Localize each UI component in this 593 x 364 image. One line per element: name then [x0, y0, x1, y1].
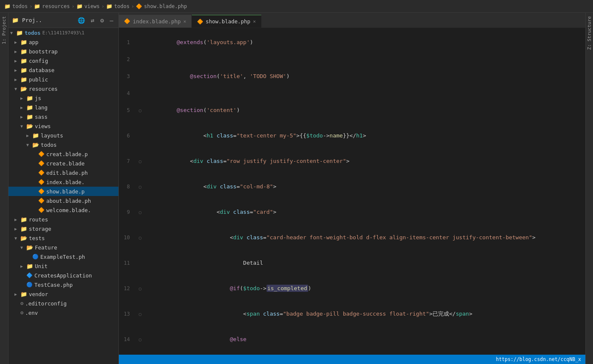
editorconfig-icon: ⚙	[20, 300, 23, 306]
breadcrumb-todos[interactable]: todos	[12, 3, 28, 9]
breadcrumb-folder-icon2: 📁	[34, 3, 40, 9]
index-tab-icon: 🔶	[124, 18, 130, 24]
breadcrumb-todos2[interactable]: todos	[114, 3, 129, 9]
welcome-file-icon: 🔶	[38, 207, 45, 213]
panel-header: 📁 Proj.. 🌐 ⇄ ⚙ —	[8, 13, 118, 28]
tests-folder-icon: 📂	[20, 235, 27, 241]
sass-folder-icon: 📁	[26, 114, 33, 120]
tree-feature[interactable]: ▼ 📂 Feature	[8, 243, 118, 252]
tree-storage[interactable]: ▶ 📁 storage	[8, 224, 118, 233]
lang-folder-icon: 📁	[26, 104, 33, 111]
code-line-3: 3 @section('title', 'TODO SHOW')	[119, 64, 585, 89]
minimize-icon[interactable]: —	[108, 16, 115, 25]
tree-config[interactable]: ▶ 📁 config	[8, 56, 118, 65]
app-label: app	[29, 39, 39, 45]
tree-editorconfig[interactable]: ⚙ .editorconfig	[8, 299, 118, 308]
tree-bootstrap[interactable]: ▶ 📁 bootstrap	[8, 47, 118, 56]
index-tab-close[interactable]: ✕	[183, 19, 186, 24]
env-icon: ⚙	[20, 310, 23, 316]
breadcrumb-views[interactable]: views	[84, 3, 100, 9]
code-line-10: 10 ○ <div class="card-header font-weight…	[119, 225, 585, 250]
show-tab-label: show.blade.php	[206, 18, 250, 25]
tree-show-blade[interactable]: 🔶 show.blade.p	[8, 187, 118, 196]
bootstrap-label: bootstrap	[29, 48, 58, 55]
routes-label: routes	[29, 216, 48, 223]
show-tab-icon: 🔶	[197, 19, 203, 25]
index-tab-label: index.blade.php	[133, 18, 181, 25]
bootstrap-folder-icon: 📁	[20, 48, 27, 55]
vendor-folder-icon: 📁	[20, 291, 27, 297]
code-line-12: 12 ○ @if($todo->is_completed)	[119, 276, 585, 301]
tree-js[interactable]: ▶ 📁 js	[8, 93, 118, 103]
tree-edit-blade[interactable]: 🔶 edit.blade.ph	[8, 168, 118, 177]
public-label: public	[29, 76, 48, 83]
tab-show-blade[interactable]: 🔶 show.blade.php ✕	[192, 15, 261, 28]
tree-sass[interactable]: ▶ 📁 sass	[8, 112, 118, 121]
tree-index-blade[interactable]: 🔶 index.blade.	[8, 177, 118, 187]
feature-label: Feature	[35, 244, 57, 251]
breadcrumb-folder-icon: 📁	[4, 3, 11, 9]
code-line-6: 6 <h1 class="text-center my-5">{{$todo->…	[119, 123, 585, 148]
tree-env[interactable]: ⚙ .env	[8, 308, 118, 317]
code-line-2: 2	[119, 55, 585, 64]
tree-layouts[interactable]: ▶ 📁 layouts	[8, 131, 118, 140]
todos-folder-icon: 📁	[16, 30, 23, 36]
tree-vendor[interactable]: ▶ 📁 vendor	[8, 289, 118, 299]
panel-title: Proj..	[22, 17, 42, 23]
routes-folder-icon: 📁	[20, 216, 27, 223]
settings-icon[interactable]: ⚙	[98, 16, 105, 25]
code-line-14: 14 ○ @else	[119, 327, 585, 352]
tree-example-test[interactable]: 🔵 ExampleTest.ph	[8, 252, 118, 261]
config-folder-icon: 📁	[20, 58, 27, 64]
tree-create-blade[interactable]: 🔶 create.blade	[8, 159, 118, 168]
unit-folder-icon: 📁	[26, 263, 33, 269]
breadcrumb-file[interactable]: show.blade.php	[144, 3, 187, 9]
views-folder-icon: 📂	[26, 123, 33, 129]
env-label: .env	[25, 310, 38, 316]
tree-lang[interactable]: ▶ 📁 lang	[8, 103, 118, 112]
z-structure-label[interactable]: Z: Structure	[587, 13, 592, 53]
tree-routes[interactable]: ▶ 📁 routes	[8, 215, 118, 224]
creat-file-icon: 🔶	[38, 151, 45, 157]
testcase-label: TestCase.php	[34, 282, 73, 288]
resources-folder-icon: 📂	[20, 86, 27, 92]
tree-todos-views[interactable]: ▼ 📂 todos	[8, 140, 118, 149]
tab-index-blade[interactable]: 🔶 index.blade.php ✕	[119, 15, 192, 28]
tree-testcase[interactable]: 🔵 TestCase.php	[8, 280, 118, 289]
code-line-13: 13 ○ <span class="badge badge-pill badge…	[119, 301, 585, 327]
tree-resources[interactable]: ▼ 📂 resources	[8, 84, 118, 93]
globe-icon[interactable]: 🌐	[76, 16, 87, 25]
show-tab-close[interactable]: ✕	[253, 19, 256, 24]
storage-label: storage	[29, 226, 51, 232]
status-url: https://blog.csdn.net/ccqNB_x	[496, 356, 581, 362]
tree-creates-app[interactable]: 🔷 CreatesApplication	[8, 271, 118, 280]
tree-unit[interactable]: ▶ 📁 Unit	[8, 261, 118, 271]
tree-tests[interactable]: ▼ 📂 tests	[8, 233, 118, 243]
swap-icon[interactable]: ⇄	[89, 16, 96, 25]
breadcrumb-resources[interactable]: resources	[42, 3, 70, 9]
show-label: show.blade.p	[46, 188, 84, 195]
tree-views[interactable]: ▼ 📂 views	[8, 121, 118, 131]
code-editor[interactable]: 1 @extends('layouts.app') 2 3 @section('…	[119, 28, 585, 355]
tree-welcome-blade[interactable]: 🔶 welcome.blade.	[8, 205, 118, 215]
project-vertical-label[interactable]: 1: Project	[0, 13, 8, 364]
storage-folder-icon: 📁	[20, 226, 27, 232]
breadcrumb-folder-icon4: 📁	[106, 3, 112, 9]
index-label: index.blade.	[46, 179, 84, 185]
tree-public[interactable]: ▶ 📁 public	[8, 75, 118, 84]
sass-label: sass	[35, 114, 48, 120]
code-line-7: 7 ○ <div class="row justify justify-cont…	[119, 148, 585, 174]
code-line-8: 8 ○ <div class="col-md-8">	[119, 174, 585, 199]
code-line-1: 1 @extends('layouts.app')	[119, 30, 585, 55]
tree-database[interactable]: ▶ 📁 database	[8, 65, 118, 75]
tree-about-blade[interactable]: 🔶 about.blade.ph	[8, 196, 118, 205]
tree-root-todos[interactable]: ▼ 📁 todos E:\1141197493\1	[8, 28, 118, 37]
z-structure-panel[interactable]: Z: Structure	[585, 13, 593, 364]
about-label: about.blade.ph	[46, 198, 91, 204]
tab-bar: 🔶 index.blade.php ✕ 🔶 show.blade.php ✕	[119, 13, 585, 28]
js-label: js	[35, 95, 41, 101]
tree-app[interactable]: ▶ 📁 app	[8, 37, 118, 47]
project-panel: 📁 Proj.. 🌐 ⇄ ⚙ — ▼ 📁 todos E:\1141197493…	[8, 13, 119, 364]
js-folder-icon: 📁	[26, 95, 33, 101]
tree-creat-blade[interactable]: 🔶 creat.blade.p	[8, 149, 118, 159]
